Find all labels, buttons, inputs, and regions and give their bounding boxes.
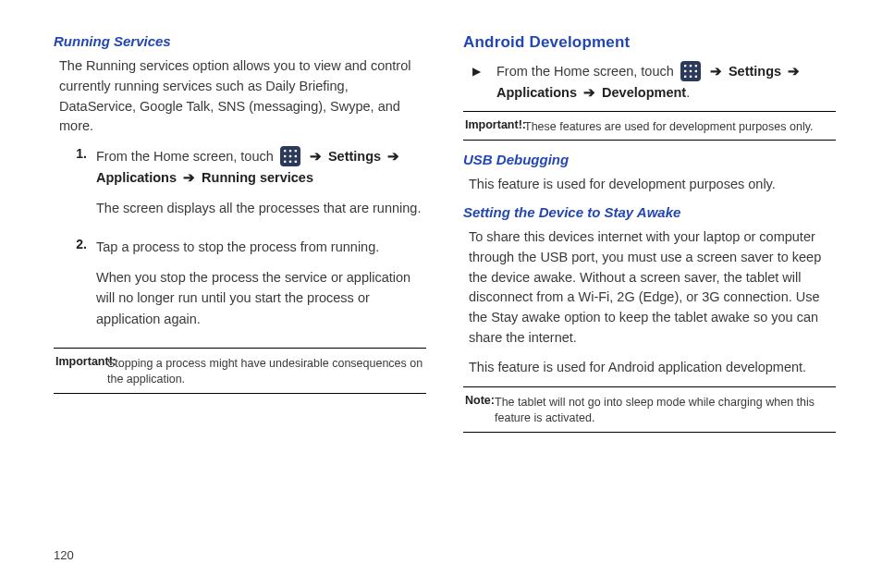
step-2-line-2: When you stop the process the service or… xyxy=(96,267,426,329)
arrow-icon: ➔ xyxy=(788,64,800,79)
step-2: 2. Tap a process to stop the process fro… xyxy=(54,237,426,338)
svg-rect-12 xyxy=(684,70,686,72)
heading-running-services: Running Services xyxy=(54,33,426,49)
svg-rect-8 xyxy=(294,161,296,163)
heading-android-development: Android Development xyxy=(463,33,836,52)
note-box: Note: The tablet will not go into sleep … xyxy=(463,386,836,433)
stay-awake-paragraph-2: This feature is used for Android applica… xyxy=(469,358,836,378)
text-fragment: From the Home screen, touch xyxy=(96,149,277,164)
important-label: Important!: xyxy=(465,118,526,131)
period: . xyxy=(686,85,690,100)
settings-label: Settings xyxy=(328,149,381,164)
settings-label: Settings xyxy=(729,64,781,79)
apps-grid-icon xyxy=(280,146,300,166)
svg-rect-2 xyxy=(294,150,296,152)
left-column: Running Services The Running services op… xyxy=(54,33,426,444)
step-content: From the Home screen, touch ➔ Settings ➔… xyxy=(96,146,426,227)
applications-label: Applications xyxy=(496,85,577,100)
svg-rect-14 xyxy=(694,70,696,72)
step-number: 2. xyxy=(54,237,96,338)
svg-rect-7 xyxy=(289,161,291,163)
arrow-icon: ➔ xyxy=(387,149,399,164)
usb-debugging-paragraph: This feature is used for development pur… xyxy=(469,175,836,195)
step-number: 1. xyxy=(54,146,96,227)
triangle-bullet-icon: ▶ xyxy=(472,61,496,104)
heading-usb-debugging: USB Debugging xyxy=(463,152,836,167)
svg-rect-10 xyxy=(690,65,692,67)
svg-rect-3 xyxy=(284,155,286,157)
svg-rect-4 xyxy=(289,155,291,157)
development-label: Development xyxy=(602,85,686,100)
running-services-label: Running services xyxy=(202,170,313,185)
apps-grid-icon xyxy=(680,61,701,81)
stay-awake-paragraph-1: To share this devices internet with your… xyxy=(469,227,836,349)
step-content: Tap a process to stop the process from r… xyxy=(96,237,426,338)
svg-rect-1 xyxy=(289,150,291,152)
note-text: The tablet will not go into sleep mode w… xyxy=(465,395,834,426)
arrow-icon: ➔ xyxy=(583,85,595,100)
intro-paragraph: The Running services option allows you t… xyxy=(59,56,426,137)
applications-label: Applications xyxy=(96,170,177,185)
bullet-content: From the Home screen, touch ➔ Settings ➔… xyxy=(496,61,836,104)
arrow-icon: ➔ xyxy=(710,64,722,79)
heading-stay-awake: Setting the Device to Stay Awake xyxy=(463,204,836,220)
ordered-steps: 1. From the Home screen, touch ➔ Setting… xyxy=(54,146,426,338)
step-1-description: The screen displays all the processes th… xyxy=(96,198,426,218)
svg-rect-5 xyxy=(294,155,296,157)
page-number: 120 xyxy=(54,548,74,562)
svg-rect-13 xyxy=(690,70,692,72)
two-column-layout: Running Services The Running services op… xyxy=(54,33,836,444)
svg-rect-6 xyxy=(284,161,286,163)
text-fragment: From the Home screen, touch xyxy=(496,64,678,79)
important-box: Important!: These features are used for … xyxy=(463,111,836,141)
svg-rect-15 xyxy=(684,76,686,78)
important-box: Important!: Stopping a process might hav… xyxy=(54,348,426,394)
step-2-line-1: Tap a process to stop the process from r… xyxy=(96,237,426,257)
step-1-line-1: From the Home screen, touch ➔ Settings ➔… xyxy=(96,146,426,189)
arrow-icon: ➔ xyxy=(310,149,322,164)
step-1: 1. From the Home screen, touch ➔ Setting… xyxy=(54,146,426,227)
svg-rect-16 xyxy=(690,76,692,78)
svg-rect-11 xyxy=(694,65,696,67)
manual-page: Running Services The Running services op… xyxy=(0,0,882,588)
note-label: Note: xyxy=(465,394,495,407)
arrow-icon: ➔ xyxy=(183,170,195,185)
svg-rect-17 xyxy=(694,76,696,78)
important-text: Stopping a process might have undesirabl… xyxy=(55,356,424,387)
bullet-step: ▶ From the Home screen, touch ➔ Settings… xyxy=(472,61,836,104)
svg-rect-0 xyxy=(284,150,286,152)
svg-rect-9 xyxy=(684,65,686,67)
right-column: Android Development ▶ From the Home scre… xyxy=(463,33,836,444)
